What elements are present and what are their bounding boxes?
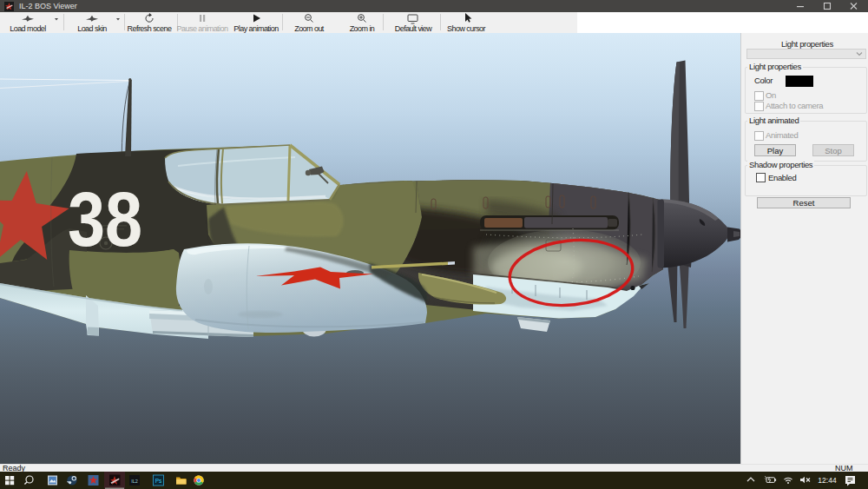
svg-text:Ps: Ps	[155, 478, 162, 484]
svg-text:38: 38	[68, 175, 142, 262]
svg-text:12:44: 12:44	[818, 476, 837, 485]
svg-text:IL2: IL2	[131, 479, 138, 484]
